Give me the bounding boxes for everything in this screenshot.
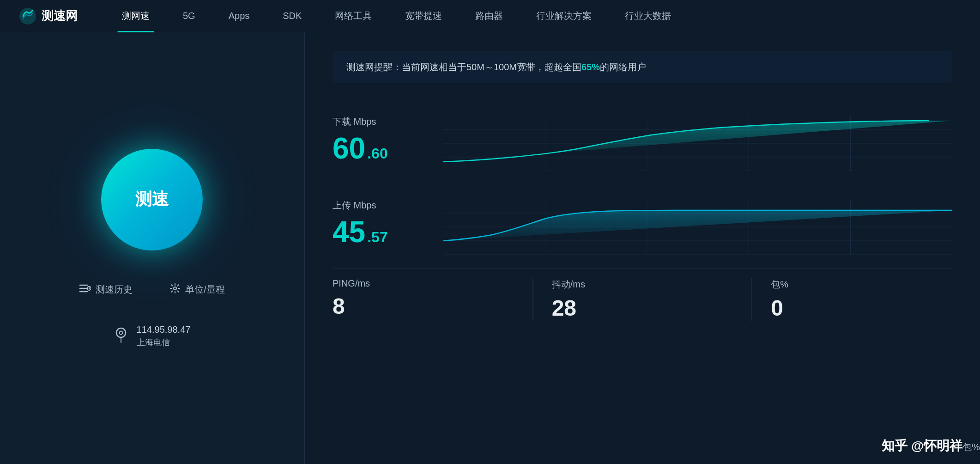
download-metric-row: 下载 Mbps 60.60: [333, 102, 952, 185]
left-panel: 测速 测速历史: [0, 32, 305, 464]
controls-row: 测速历史 单位/量程: [18, 283, 285, 297]
speed-start-button[interactable]: 测速: [101, 149, 203, 250]
speed-btn-wrapper: 测速: [101, 149, 203, 250]
upload-chart: [443, 199, 952, 255]
alert-suffix: 的网络用户: [600, 62, 646, 72]
jitter-metric: 抖动/ms 28: [552, 278, 733, 321]
svg-point-9: [119, 331, 122, 334]
unit-label: 单位/量程: [185, 283, 225, 296]
unit-setting-button[interactable]: 单位/量程: [169, 283, 225, 297]
overlay-suffix: 包%: [962, 442, 980, 452]
logo[interactable]: 测速网: [18, 7, 78, 25]
svg-line-6: [89, 288, 90, 289]
main-content: 测速 测速历史: [0, 32, 980, 464]
overlay-watermark: 知乎 @怀明祥包%: [882, 437, 980, 455]
divider-2: [751, 278, 752, 321]
ip-info: 114.95.98.47 上海电信: [114, 324, 191, 348]
download-dec: .60: [367, 146, 387, 161]
history-icon: [79, 283, 91, 296]
svg-point-0: [19, 8, 36, 24]
alert-highlight: 65%: [581, 62, 600, 72]
nav-items: 测网速 5G Apps SDK 网络工具 宽带提速 路由器 行业解决方案 行业大…: [105, 0, 962, 32]
nav-item-industry-solutions[interactable]: 行业解决方案: [520, 0, 608, 32]
ip-address: 114.95.98.47: [137, 324, 191, 335]
nav-item-speedtest[interactable]: 测网速: [105, 0, 166, 32]
overlay-main: 知乎 @怀明祥: [882, 439, 962, 453]
logo-icon: [18, 7, 37, 25]
upload-value: 45.57: [333, 217, 425, 247]
nav-item-router[interactable]: 路由器: [459, 0, 520, 32]
ip-details: 114.95.98.47 上海电信: [137, 324, 191, 348]
download-chart-svg: [443, 116, 952, 171]
nav-item-5g[interactable]: 5G: [166, 0, 212, 32]
nav-item-industry-data[interactable]: 行业大数据: [608, 0, 688, 32]
download-chart: [443, 116, 952, 171]
ip-isp: 上海电信: [137, 337, 191, 348]
download-int: 60: [333, 134, 365, 163]
jitter-value: 28: [552, 295, 733, 321]
upload-label: 上传 Mbps: [333, 199, 425, 212]
download-value: 60.60: [333, 134, 425, 163]
upload-metric-row: 上传 Mbps 45.57: [333, 185, 952, 269]
history-label: 测速历史: [96, 283, 133, 296]
svg-point-7: [174, 287, 176, 290]
upload-label-section: 上传 Mbps 45.57: [333, 199, 425, 247]
download-label: 下载 Mbps: [333, 116, 425, 128]
nav-item-network-tools[interactable]: 网络工具: [318, 0, 388, 32]
alert-banner: 测速网提醒：当前网速相当于50M～100M宽带，超越全国65%的网络用户: [333, 51, 952, 83]
upload-dec: .57: [367, 230, 387, 244]
nav-item-sdk[interactable]: SDK: [266, 0, 318, 32]
divider-1: [532, 278, 533, 321]
download-label-section: 下载 Mbps 60.60: [333, 116, 425, 163]
navbar: 测速网 测网速 5G Apps SDK 网络工具 宽带提速 路由器 行业解决方案…: [0, 0, 980, 32]
ping-value: 8: [333, 293, 514, 319]
history-button[interactable]: 测速历史: [79, 283, 133, 296]
ping-label: PING/ms: [333, 278, 514, 289]
upload-int: 45: [333, 217, 365, 247]
upload-chart-svg: [443, 199, 952, 255]
alert-text: 测速网提醒：当前网速相当于50M～100M宽带，超越全国: [346, 62, 581, 72]
bottom-metrics: PING/ms 8 抖动/ms 28 包% 0 知乎 @怀明祥包%: [333, 269, 952, 321]
loss-metric: 包% 0: [771, 278, 952, 321]
loss-label: 包%: [771, 278, 952, 291]
nav-item-broadband[interactable]: 宽带提速: [388, 0, 459, 32]
loss-value: 0: [771, 295, 952, 321]
right-panel: 测速网提醒：当前网速相当于50M～100M宽带，超越全国65%的网络用户 下载 …: [305, 32, 980, 464]
settings-icon: [169, 283, 181, 297]
nav-item-apps[interactable]: Apps: [212, 0, 266, 32]
svg-point-8: [116, 328, 126, 337]
logo-text: 测速网: [42, 8, 78, 24]
jitter-label: 抖动/ms: [552, 278, 733, 291]
ping-metric: PING/ms 8: [333, 278, 514, 319]
location-icon: [114, 326, 128, 346]
